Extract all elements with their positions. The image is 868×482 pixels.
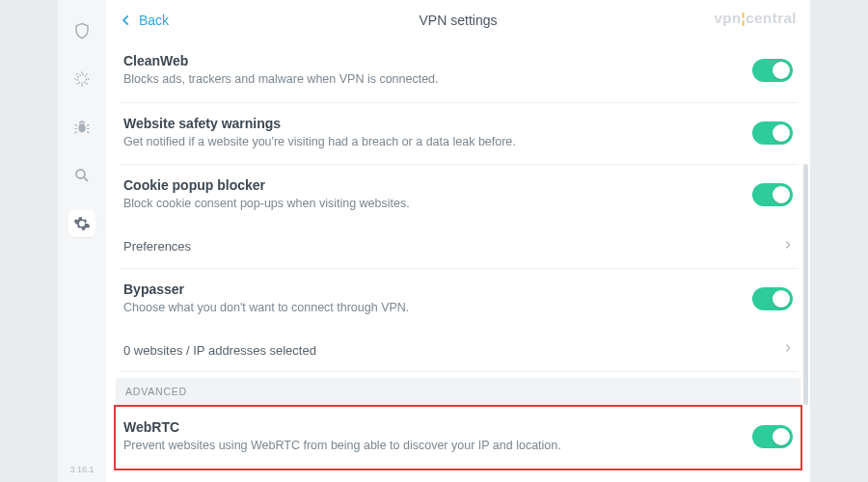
cookie-preferences-row[interactable]: Preferences [120, 227, 797, 269]
sidebar-search-icon[interactable] [68, 162, 95, 189]
back-button[interactable]: Back [120, 13, 169, 28]
setting-webrtc: WebRTC Prevent websites using WebRTC fro… [120, 407, 797, 469]
setting-safety: Website safety warnings Get notified if … [120, 103, 797, 166]
brand-prefix: vpn [714, 10, 741, 26]
subrow-label: 0 websites / IP addresses selected [123, 343, 316, 358]
toggle-webrtc[interactable] [752, 425, 793, 448]
toggle-safety[interactable] [752, 121, 793, 145]
svg-point-2 [76, 170, 85, 178]
sidebar-gear-icon[interactable] [68, 210, 95, 237]
setting-cookie: Cookie popup blocker Block cookie consen… [120, 165, 797, 227]
settings-content: CleanWeb Blocks ads, trackers and malwar… [106, 40, 810, 482]
brand-suffix: central [746, 10, 797, 26]
version-label: 3.16.1 [58, 465, 106, 474]
scrollbar[interactable] [803, 164, 808, 405]
sidebar: 3.16.1 [58, 0, 106, 482]
setting-title: Bypasser [123, 281, 741, 297]
sidebar-bug-outline-icon[interactable] [68, 66, 95, 93]
highlighted-region: WebRTC Prevent websites using WebRTC fro… [114, 405, 802, 470]
setting-cleanweb: CleanWeb Blocks ads, trackers and malwar… [120, 40, 797, 103]
setting-desc: Block cookie consent pop-ups when visiti… [123, 196, 741, 213]
chevron-right-icon [783, 341, 793, 359]
setting-title: CleanWeb [123, 53, 741, 68]
brand-watermark: vpn¦central [714, 10, 797, 26]
advanced-section-header: ADVANCED [116, 378, 800, 405]
setting-desc: Blocks ads, trackers and malware when VP… [123, 71, 741, 89]
main-panel: Back VPN settings vpn¦central CleanWeb B… [106, 0, 810, 482]
toggle-cleanweb[interactable] [752, 59, 793, 82]
app-frame: 3.16.1 Back VPN settings vpn¦central Cle… [58, 0, 810, 482]
setting-desc: Get notified if a website you're visitin… [123, 134, 741, 151]
setting-bypasser: Bypasser Choose what you don't want to c… [120, 269, 797, 331]
setting-title: WebRTC [123, 419, 741, 435]
setting-title: Cookie popup blocker [123, 177, 741, 193]
svg-point-1 [78, 123, 86, 132]
header: Back VPN settings vpn¦central [106, 0, 810, 40]
bypasser-list-row[interactable]: 0 websites / IP addresses selected [120, 330, 797, 372]
toggle-bypasser[interactable] [752, 287, 793, 310]
back-label: Back [139, 13, 169, 28]
setting-title: Website safety warnings [123, 116, 741, 131]
setting-desc: Choose what you don't want to connect th… [123, 300, 741, 317]
svg-point-0 [78, 75, 87, 84]
subrow-label: Preferences [123, 239, 191, 254]
sidebar-bug-filled-icon[interactable] [68, 114, 95, 141]
toggle-cookie[interactable] [752, 183, 793, 206]
chevron-right-icon [783, 238, 793, 255]
page-title: VPN settings [106, 13, 810, 28]
setting-desc: Prevent websites using WebRTC from being… [123, 438, 741, 455]
sidebar-shield-icon[interactable] [68, 17, 95, 44]
